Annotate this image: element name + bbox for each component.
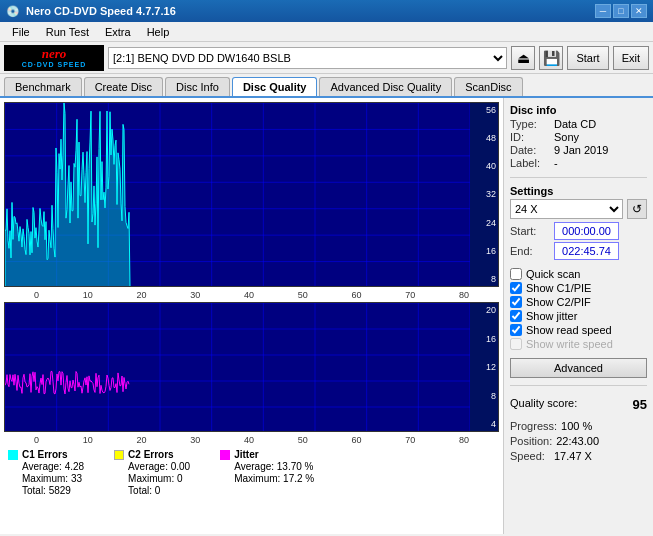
by-label-8: 8 xyxy=(472,391,496,401)
c2-maximum-value: 0 xyxy=(177,473,183,484)
tab-scandisc[interactable]: ScanDisc xyxy=(454,77,522,96)
position-label: Position: xyxy=(510,435,552,447)
show-c1pie-checkbox[interactable] xyxy=(510,282,522,294)
c1-maximum-value: 33 xyxy=(71,473,82,484)
y-label-24: 24 xyxy=(472,218,496,228)
jitter-group: Jitter Average: 13.70 % Maximum: 17.2 % xyxy=(220,449,314,496)
bottom-chart-canvas xyxy=(5,303,470,432)
speed-label: Speed: xyxy=(510,450,550,462)
show-c2pif-checkbox[interactable] xyxy=(510,296,522,308)
show-jitter-row: Show jitter xyxy=(510,310,647,322)
c1-maximum-label: Maximum: xyxy=(22,473,68,484)
x-40: 40 xyxy=(244,290,254,300)
bx-80: 80 xyxy=(459,435,469,445)
show-jitter-checkbox[interactable] xyxy=(510,310,522,322)
speed-row: 24 X ↺ xyxy=(510,199,647,219)
bx-20: 20 xyxy=(136,435,146,445)
end-time-input[interactable] xyxy=(554,242,619,260)
drive-select[interactable]: [2:1] BENQ DVD DD DW1640 BSLB xyxy=(108,47,507,69)
bx-30: 30 xyxy=(190,435,200,445)
bx-0: 0 xyxy=(34,435,39,445)
tab-advanced-disc-quality[interactable]: Advanced Disc Quality xyxy=(319,77,452,96)
c2-total-value: 0 xyxy=(155,485,161,496)
c2-total-row: Total: 0 xyxy=(114,485,190,496)
c2-maximum-label: Maximum: xyxy=(128,473,174,484)
speed-row-progress: Speed: 17.47 X xyxy=(510,450,647,462)
quick-scan-checkbox[interactable] xyxy=(510,268,522,280)
disc-label-row: Label: - xyxy=(510,157,647,169)
jitter-maximum-row: Maximum: 17.2 % xyxy=(220,473,314,484)
eject-icon-btn[interactable]: ⏏ xyxy=(511,46,535,70)
title-text: Nero CD-DVD Speed 4.7.7.16 xyxy=(26,5,176,17)
refresh-icon-btn[interactable]: ↺ xyxy=(627,199,647,219)
show-read-speed-checkbox[interactable] xyxy=(510,324,522,336)
end-label: End: xyxy=(510,245,550,257)
disc-label-label: Label: xyxy=(510,157,550,169)
tab-disc-quality[interactable]: Disc Quality xyxy=(232,77,318,96)
menu-runtest[interactable]: Run Test xyxy=(38,24,97,39)
disc-type-value: Data CD xyxy=(554,118,596,130)
c1-total-row: Total: 5829 xyxy=(8,485,84,496)
c1-errors-group: C1 Errors Average: 4.28 Maximum: 33 Tota… xyxy=(8,449,84,496)
app-icon: 💿 xyxy=(6,5,20,18)
c2-average-label: Average: xyxy=(128,461,168,472)
x-10: 10 xyxy=(83,290,93,300)
c1-total-value: 5829 xyxy=(49,485,71,496)
maximize-btn[interactable]: □ xyxy=(613,4,629,18)
bx-60: 60 xyxy=(351,435,361,445)
show-c1pie-row: Show C1/PIE xyxy=(510,282,647,294)
tab-benchmark[interactable]: Benchmark xyxy=(4,77,82,96)
settings-section: Settings 24 X ↺ Start: End: xyxy=(510,185,647,261)
menu-extra[interactable]: Extra xyxy=(97,24,139,39)
exit-button[interactable]: Exit xyxy=(613,46,649,70)
show-write-speed-checkbox[interactable] xyxy=(510,338,522,350)
bottom-chart-container: 20 16 12 8 4 xyxy=(4,302,499,432)
show-jitter-label: Show jitter xyxy=(526,310,577,322)
tab-create-disc[interactable]: Create Disc xyxy=(84,77,163,96)
show-read-speed-label: Show read speed xyxy=(526,324,612,336)
start-time-input[interactable] xyxy=(554,222,619,240)
progress-section: Progress: 100 % Position: 22:43.00 Speed… xyxy=(510,420,647,463)
minimize-btn[interactable]: ─ xyxy=(595,4,611,18)
right-panel: Disc info Type: Data CD ID: Sony Date: 9… xyxy=(503,98,653,534)
tab-disc-info[interactable]: Disc Info xyxy=(165,77,230,96)
c2-color-box xyxy=(114,450,124,460)
speed-select[interactable]: 24 X xyxy=(510,199,623,219)
c1-label: C1 Errors xyxy=(22,449,68,460)
quick-scan-row: Quick scan xyxy=(510,268,647,280)
c1-average-label: Average: xyxy=(22,461,62,472)
y-label-56: 56 xyxy=(472,105,496,115)
jitter-label: Jitter xyxy=(234,449,258,460)
save-icon-btn[interactable]: 💾 xyxy=(539,46,563,70)
disc-label-value: - xyxy=(554,157,558,169)
advanced-button[interactable]: Advanced xyxy=(510,358,647,378)
disc-id-row: ID: Sony xyxy=(510,131,647,143)
c1-maximum-row: Maximum: 33 xyxy=(8,473,84,484)
speed-value: 17.47 X xyxy=(554,450,592,462)
close-btn[interactable]: ✕ xyxy=(631,4,647,18)
show-c2pif-label: Show C2/PIF xyxy=(526,296,591,308)
quick-scan-label: Quick scan xyxy=(526,268,580,280)
bx-70: 70 xyxy=(405,435,415,445)
bx-40: 40 xyxy=(244,435,254,445)
disc-info-section: Disc info Type: Data CD ID: Sony Date: 9… xyxy=(510,104,647,170)
by-label-4: 4 xyxy=(472,419,496,429)
menu-file[interactable]: File xyxy=(4,24,38,39)
title-bar: 💿 Nero CD-DVD Speed 4.7.7.16 ─ □ ✕ xyxy=(0,0,653,22)
top-chart-container: 56 48 40 32 24 16 8 xyxy=(4,102,499,287)
x-80: 80 xyxy=(459,290,469,300)
bx-10: 10 xyxy=(83,435,93,445)
menu-help[interactable]: Help xyxy=(139,24,178,39)
top-chart-y-axis: 56 48 40 32 24 16 8 xyxy=(470,103,498,286)
y-label-48: 48 xyxy=(472,133,496,143)
show-write-speed-row: Show write speed xyxy=(510,338,647,350)
show-c2pif-row: Show C2/PIF xyxy=(510,296,647,308)
y-label-32: 32 xyxy=(472,189,496,199)
start-button[interactable]: Start xyxy=(567,46,608,70)
c1-total-label: Total: xyxy=(22,485,46,496)
progress-value: 100 % xyxy=(561,420,592,432)
settings-title: Settings xyxy=(510,185,647,197)
tabs-bar: Benchmark Create Disc Disc Info Disc Qua… xyxy=(0,74,653,98)
disc-date-label: Date: xyxy=(510,144,550,156)
by-label-12: 12 xyxy=(472,362,496,372)
